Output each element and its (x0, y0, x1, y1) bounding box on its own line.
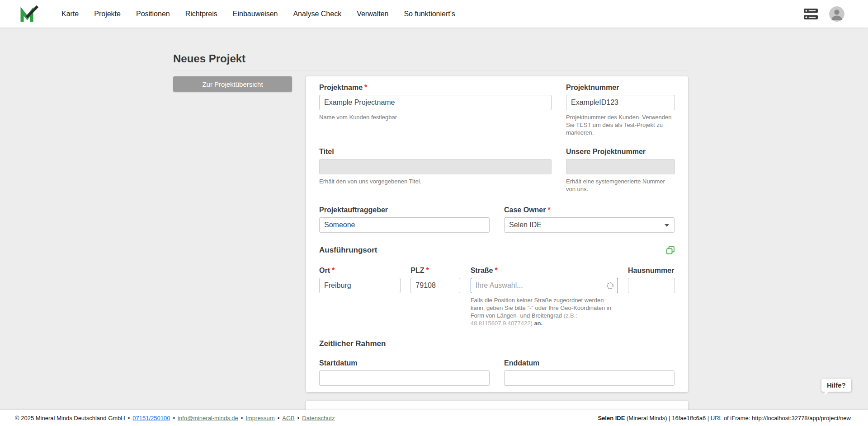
enddatum-input[interactable] (504, 370, 675, 386)
projektname-label: Projektname* (319, 83, 552, 92)
titel-label: Titel (319, 147, 552, 156)
form-row-location: Ort* PLZ* Straße* Falls die Position kei… (319, 266, 675, 327)
nav-item-positionen[interactable]: Positionen (136, 10, 170, 18)
separator-dot: • (173, 415, 175, 421)
required-marker: * (364, 84, 367, 91)
unsere-projektnummer-field: Unsere Projektnummer Erhält eine systemg… (566, 147, 675, 193)
session-user: Selen IDE (598, 415, 625, 421)
ort-label: Ort* (319, 266, 401, 275)
session-details: (Mineral Minds) | 16fae1ffc6a6 | URL of … (625, 415, 851, 421)
chevron-down-icon (665, 224, 669, 227)
projektauftraggeber-input[interactable] (319, 217, 490, 233)
strasse-hint: Falls die Position keiner Straße zugeord… (471, 296, 618, 327)
strasse-label: Straße* (471, 266, 618, 275)
form-row-dates: Startdatum Enddatum (319, 359, 675, 386)
projektauftraggeber-field: Projektauftraggeber (319, 206, 490, 233)
separator-dot: • (297, 415, 300, 421)
footer-datenschutz-link[interactable]: Datenschutz (302, 415, 335, 421)
projektname-field: Projektname* Name vom Kunden festlegbar (319, 83, 552, 136)
zeitlicher-rahmen-title: Zeitlicher Rahmen (319, 339, 675, 349)
case-owner-value: Selen IDE (509, 221, 542, 229)
plz-input[interactable] (410, 278, 460, 293)
form-row-name-number: Projektname* Name vom Kunden festlegbar … (319, 83, 675, 136)
footer-impressum-link[interactable]: Impressum (245, 415, 274, 421)
person-icon (829, 6, 844, 22)
enddatum-field: Enddatum (504, 359, 675, 386)
footer-phone-link[interactable]: 07151/250100 (132, 415, 170, 421)
nav-item-einbauweisen[interactable]: Einbauweisen (233, 10, 278, 18)
strasse-input-wrap (471, 278, 618, 293)
footer-info: © 2025 Mineral Minds Deutschland GmbH • … (15, 415, 335, 421)
startdatum-input[interactable] (319, 370, 490, 386)
strasse-field: Straße* Falls die Position keiner Straße… (471, 266, 618, 327)
session-info: Selen IDE (Mineral Minds) | 16fae1ffc6a6… (598, 415, 851, 421)
logo-icon (20, 5, 39, 22)
back-to-project-overview-button[interactable]: Zur Projektübersicht (173, 76, 292, 92)
form-row-titel-unsere-nummer: Titel Erhält den von uns vorgegebenen Ti… (319, 147, 675, 193)
case-owner-label: Case Owner* (504, 206, 675, 215)
required-marker: * (332, 267, 335, 274)
section-zeitlicher-rahmen: Zeitlicher Rahmen (319, 339, 675, 353)
nav-item-analyse-check[interactable]: Analyse Check (293, 10, 341, 18)
topbar-right (804, 6, 868, 22)
enddatum-label: Enddatum (504, 359, 675, 368)
startdatum-field: Startdatum (319, 359, 490, 386)
footer: © 2025 Mineral Minds Deutschland GmbH • … (0, 410, 868, 426)
strasse-input[interactable] (471, 278, 618, 293)
copy-icon[interactable] (666, 246, 675, 255)
unsere-projektnummer-input (566, 159, 675, 174)
startdatum-label: Startdatum (319, 359, 490, 368)
nav-item-verwalten[interactable]: Verwalten (357, 10, 388, 18)
projektnummer-label: Projektnummer (566, 83, 675, 92)
help-button[interactable]: Hilfe? (821, 379, 851, 392)
projektnummer-hint: Projektnummer des Kunden. Verwenden Sie … (566, 113, 675, 136)
ort-input[interactable] (319, 278, 401, 293)
separator-dot: • (278, 415, 280, 421)
top-navigation-bar: Karte Projekte Positionen Richtpreis Ein… (0, 0, 868, 28)
server-icon[interactable] (804, 9, 818, 19)
projektname-hint: Name vom Kunden festlegbar (319, 113, 552, 121)
case-owner-field: Case Owner* Selen IDE (504, 206, 675, 233)
projektauftraggeber-label: Projektauftraggeber (319, 206, 490, 215)
form-row-auftraggeber-owner: Projektauftraggeber Case Owner* Selen ID… (319, 206, 675, 233)
mineral-minds-logo[interactable] (20, 5, 39, 22)
user-avatar[interactable] (829, 6, 844, 22)
main-nav: Karte Projekte Positionen Richtpreis Ein… (61, 10, 455, 18)
projektname-input[interactable] (319, 95, 552, 110)
page-title: Neues Projekt (173, 52, 245, 65)
loading-spinner-icon (606, 282, 614, 290)
ausfuehrungsort-title: Ausführungsort (319, 245, 377, 255)
plz-field: PLZ* (410, 266, 460, 327)
plz-label: PLZ* (410, 266, 460, 275)
new-project-form-card: Projektname* Name vom Kunden festlegbar … (306, 76, 688, 392)
titel-field: Titel Erhält den von uns vorgegebenen Ti… (319, 147, 552, 193)
ort-field: Ort* (319, 266, 401, 327)
hausnummer-field: Hausnummer (628, 266, 675, 327)
next-section-card-peek (306, 401, 688, 411)
nav-item-richtpreis[interactable]: Richtpreis (185, 10, 217, 18)
section-divider (319, 353, 675, 353)
required-marker: * (547, 206, 550, 214)
required-marker: * (495, 267, 497, 274)
titel-hint: Erhält den von uns vorgegebenen Titel. (319, 178, 552, 185)
projektnummer-field: Projektnummer Projektnummer des Kunden. … (566, 83, 675, 136)
footer-agb-link[interactable]: AGB (282, 415, 294, 421)
hausnummer-label: Hausnummer (628, 266, 675, 275)
unsere-projektnummer-hint: Erhält eine systemgenerierte Nummer von … (566, 178, 675, 193)
titel-input (319, 159, 552, 174)
projektnummer-input[interactable] (566, 95, 675, 110)
hausnummer-input[interactable] (628, 278, 675, 293)
separator-dot: • (241, 415, 243, 421)
nav-item-karte[interactable]: Karte (61, 10, 79, 18)
nav-item-so-funktionierts[interactable]: So funktioniert's (404, 10, 455, 18)
nav-item-projekte[interactable]: Projekte (94, 10, 121, 18)
footer-copyright: © 2025 Mineral Minds Deutschland GmbH (15, 415, 125, 421)
unsere-projektnummer-label: Unsere Projektnummer (566, 147, 675, 156)
separator-dot: • (128, 415, 130, 421)
title-divider (173, 70, 689, 70)
case-owner-select[interactable]: Selen IDE (504, 217, 675, 233)
section-ausfuehrungsort: Ausführungsort (319, 245, 675, 255)
required-marker: * (426, 267, 429, 274)
footer-email-link[interactable]: info@mineral-minds.de (178, 415, 238, 421)
